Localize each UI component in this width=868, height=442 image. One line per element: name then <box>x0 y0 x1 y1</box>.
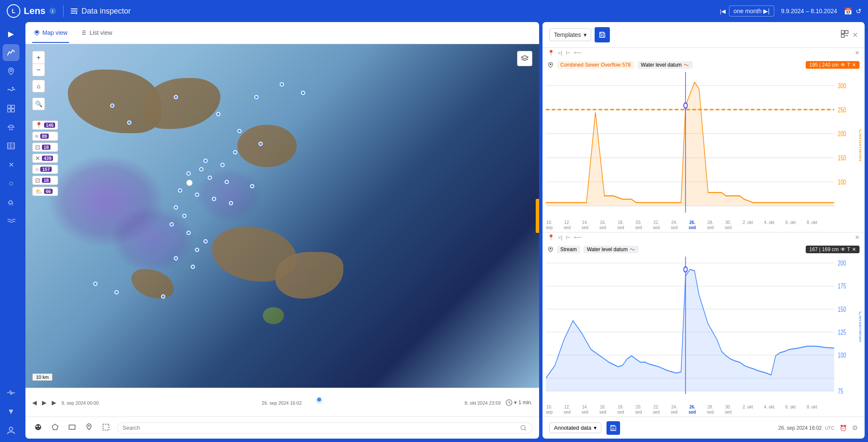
chart2-close-btn[interactable]: ✕ <box>852 246 856 252</box>
calendar-icon[interactable]: 📅 <box>844 7 852 15</box>
map-sensor-dot[interactable] <box>301 91 305 95</box>
sidebar-item-map[interactable] <box>3 63 19 80</box>
chart2-pin-icon[interactable]: 📍 <box>548 234 554 241</box>
sidebar-item-rain[interactable] <box>3 119 19 136</box>
layout-settings-button[interactable] <box>840 30 849 40</box>
timeline-back-button[interactable]: ◀ <box>32 399 37 406</box>
map-sensor-selected[interactable] <box>186 180 192 186</box>
save-dashboard-button[interactable] <box>595 27 610 42</box>
layer-badge-weather[interactable]: ⛅ 66 <box>32 187 58 196</box>
sidebar-item-table[interactable] <box>3 137 19 154</box>
map-sensor-dot[interactable] <box>174 256 178 260</box>
time-range-button[interactable]: one month ▶| <box>729 6 774 17</box>
map-search-button[interactable]: 🔍 <box>32 98 45 110</box>
chart1-filter-btn[interactable]: T <box>847 62 850 68</box>
chart1-close-btn[interactable]: ✕ <box>852 62 856 68</box>
timeline-play-button[interactable]: ▶ <box>42 399 47 406</box>
sidebar-item-pulse[interactable] <box>3 384 19 401</box>
refresh-icon[interactable]: ↺ <box>856 7 861 15</box>
map-sensor-dot[interactable] <box>203 239 208 243</box>
map-sensor-dot[interactable] <box>186 171 191 176</box>
map-container[interactable]: + − ⌂ 🔍 📍 146 <box>25 44 539 388</box>
layer-badge-circle[interactable]: ○ 157 <box>32 165 58 174</box>
map-sensor-dot[interactable] <box>220 163 225 167</box>
sidebar-item-more[interactable]: ▼ <box>3 403 19 420</box>
map-sensor-dot[interactable] <box>114 290 119 294</box>
chart2-sensor-tag[interactable]: Stream <box>557 246 580 253</box>
map-sensor-dot[interactable] <box>178 188 182 193</box>
map-layers-button[interactable] <box>517 51 532 66</box>
sidebar-item-swim[interactable] <box>3 81 19 98</box>
map-sensor-dot[interactable] <box>199 167 203 171</box>
draw-point-button[interactable] <box>32 421 44 435</box>
map-sensor-dot[interactable] <box>161 294 165 299</box>
chart2-filter-btn[interactable]: T <box>847 246 850 252</box>
map-sensor-dot[interactable] <box>259 142 263 146</box>
timeline-speed[interactable]: ▾ 1 min. <box>506 399 532 406</box>
map-sensor-dot[interactable] <box>170 222 174 227</box>
tab-list-view[interactable]: List view <box>79 23 114 43</box>
search-input[interactable] <box>122 425 517 431</box>
map-sensor-dot[interactable] <box>93 282 97 286</box>
chart2-close-button[interactable]: ✕ <box>855 234 860 241</box>
map-sensor-dot[interactable] <box>186 231 191 235</box>
sidebar-item-grid[interactable] <box>3 100 19 117</box>
tab-map-view[interactable]: Map view <box>32 23 69 43</box>
chart1-filter-icon[interactable]: =| <box>558 50 562 56</box>
layer-badge-grid[interactable]: ⊡ 18 <box>32 143 58 152</box>
map-sensor-dot[interactable] <box>280 82 284 87</box>
map-sensor-dot[interactable] <box>254 95 259 99</box>
map-sensor-dot[interactable] <box>127 120 131 125</box>
timeline-position-indicator[interactable] <box>536 199 539 233</box>
sidebar-item-analytics[interactable] <box>3 44 19 61</box>
map-sensor-dot[interactable] <box>216 112 220 116</box>
layer-badge-wave[interactable]: ≈ 89 <box>32 131 58 141</box>
map-sensor-dot[interactable] <box>110 104 114 108</box>
map-sensor-dot[interactable] <box>182 214 186 218</box>
chart2-data-type-tag[interactable]: Water level datum <box>584 246 639 253</box>
chart1-pin-icon[interactable]: 📍 <box>548 50 554 56</box>
sidebar-item-weather[interactable] <box>3 193 19 210</box>
map-sensor-dot[interactable] <box>229 201 233 205</box>
map-home-button[interactable]: ⌂ <box>32 80 45 92</box>
draw-rect-button[interactable] <box>66 421 78 435</box>
zoom-out-button[interactable]: − <box>32 64 45 76</box>
time-prev-icon[interactable]: |◀ <box>720 8 725 14</box>
zoom-in-button[interactable]: + <box>32 51 45 64</box>
chart1-close-button[interactable]: ✕ <box>855 50 860 56</box>
chart2-split-icon[interactable]: ⊢ <box>566 234 570 241</box>
sidebar-item-circle[interactable]: ○ <box>3 175 19 192</box>
layer-badge-grid2[interactable]: ⊡ 18 <box>32 176 58 185</box>
chart1-data-type-tag[interactable]: Water level datum <box>637 61 693 69</box>
sidebar-item-user[interactable] <box>3 422 19 439</box>
chart1-sensor-tag[interactable]: Combined Sewer Overflow 578 <box>557 61 634 69</box>
chart1-share-icon[interactable]: ⟵ <box>574 50 582 56</box>
sidebar-item-expand[interactable]: ▶ <box>3 25 19 42</box>
chart1-split-icon[interactable]: ⊢ <box>566 50 570 56</box>
app-logo[interactable]: L Lens i <box>7 4 56 18</box>
pin-plus-button[interactable] <box>83 421 95 435</box>
chart2-filter-icon[interactable]: =| <box>558 234 562 241</box>
map-sensor-dot[interactable] <box>203 159 208 163</box>
map-sensor-dot[interactable] <box>174 205 178 210</box>
layer-badge-cross[interactable]: ✕ 439 <box>32 154 58 163</box>
sidebar-item-wave[interactable] <box>3 212 19 229</box>
map-sensor-dot[interactable] <box>233 150 237 154</box>
chart2-eye-icon[interactable]: 👁 <box>840 246 846 252</box>
map-sensor-dot[interactable] <box>212 197 216 201</box>
chart1-eye-icon[interactable]: 👁 <box>840 62 846 68</box>
map-sensor-dot[interactable] <box>195 193 199 197</box>
footer-settings-icon[interactable]: ⚙ <box>852 424 858 432</box>
timeline-forward-button[interactable]: ▶ <box>52 399 56 406</box>
map-sensor-dot[interactable] <box>225 180 229 184</box>
map-sensor-dot[interactable] <box>195 248 199 252</box>
layer-badge-locations[interactable]: 📍 146 <box>32 120 58 130</box>
map-sensor-dot[interactable] <box>191 265 195 269</box>
close-panel-button[interactable]: ✕ <box>852 31 858 39</box>
footer-save-button[interactable] <box>606 421 620 435</box>
map-sensor-dot[interactable] <box>237 129 242 133</box>
map-sensor-dot[interactable] <box>208 176 212 180</box>
templates-button[interactable]: Templates ▾ <box>549 28 591 41</box>
draw-polygon-button[interactable] <box>49 421 61 435</box>
annotated-data-select[interactable]: Annotated data ▾ <box>549 422 601 433</box>
